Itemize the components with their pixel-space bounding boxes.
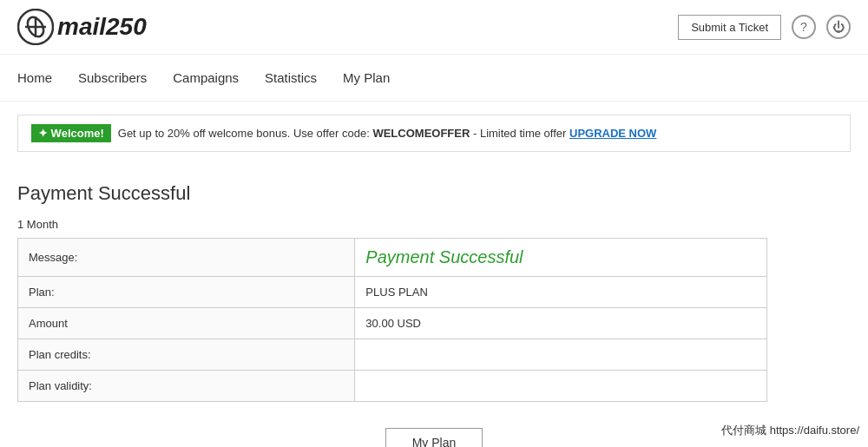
row-label: Plan validity: <box>18 371 355 402</box>
page-title: Payment Successful <box>17 182 851 205</box>
submit-ticket-button[interactable]: Submit a Ticket <box>678 15 781 40</box>
welcome-banner: ✦ Welcome! Get up to 20% off welcome bon… <box>17 115 851 152</box>
row-label: Plan: <box>18 277 355 308</box>
row-value: Payment Successful <box>355 239 767 277</box>
logo-icon <box>17 9 54 45</box>
table-row: Message:Payment Successful <box>18 239 767 277</box>
banner-message: Get up to 20% off welcome bonus. Use off… <box>118 127 657 140</box>
nav-item-home[interactable]: Home <box>17 55 52 101</box>
row-value <box>355 371 767 402</box>
payment-info-table: Message:Payment SuccessfulPlan:PLUS PLAN… <box>17 238 767 402</box>
nav-item-subscribers[interactable]: Subscribers <box>78 55 147 101</box>
upgrade-now-link[interactable]: UPGRADE NOW <box>569 127 656 140</box>
row-value <box>355 339 767 371</box>
nav-item-my-plan[interactable]: My Plan <box>343 55 390 101</box>
row-label: Message: <box>18 239 355 277</box>
row-value: PLUS PLAN <box>355 277 767 308</box>
period-label: 1 Month <box>17 218 851 231</box>
nav-item-statistics[interactable]: Statistics <box>265 55 317 101</box>
table-row: Amount30.00 USD <box>18 308 767 339</box>
header-right: Submit a Ticket ? ⏻ <box>678 15 851 40</box>
main-content: Payment Successful 1 Month Message:Payme… <box>0 165 868 447</box>
table-row: Plan:PLUS PLAN <box>18 277 767 308</box>
row-value: 30.00 USD <box>355 308 767 339</box>
watermark: 代付商城 https://daifu.store/ <box>721 423 859 438</box>
row-label: Amount <box>18 308 355 339</box>
help-icon[interactable]: ? <box>792 15 816 39</box>
offer-code: WELCOMEOFFER <box>372 127 470 140</box>
banner-badge: ✦ Welcome! <box>31 124 111 142</box>
table-row: Plan validity: <box>18 371 767 402</box>
my-plan-button[interactable]: My Plan <box>385 428 483 447</box>
row-label: Plan credits: <box>18 339 355 371</box>
power-icon[interactable]: ⏻ <box>826 15 851 39</box>
navigation: Home Subscribers Campaigns Statistics My… <box>0 55 868 102</box>
header: mail250 Submit a Ticket ? ⏻ <box>0 0 868 55</box>
table-row: Plan credits: <box>18 339 767 371</box>
logo: mail250 <box>17 9 147 45</box>
nav-item-campaigns[interactable]: Campaigns <box>173 55 239 101</box>
logo-text: mail250 <box>57 13 147 41</box>
